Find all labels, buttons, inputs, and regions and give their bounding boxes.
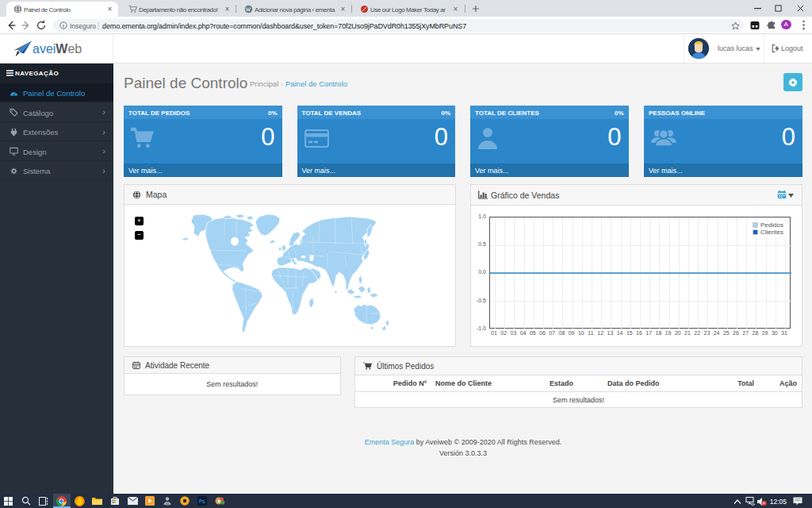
svg-text:Ps: Ps — [199, 498, 205, 504]
